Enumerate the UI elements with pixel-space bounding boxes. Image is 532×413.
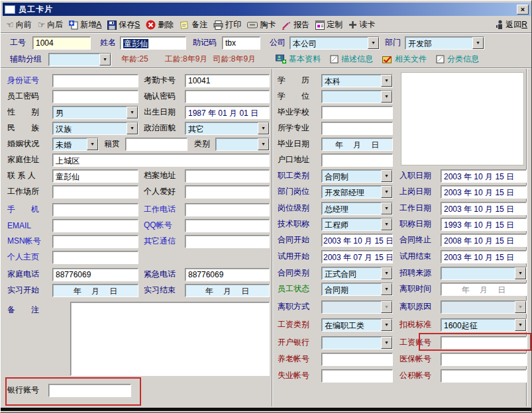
mnemonic-input[interactable]: tbx	[222, 36, 260, 50]
tab-classification-info[interactable]: 分类信息	[436, 54, 479, 65]
marital-select[interactable]: 未婚▼	[52, 138, 99, 151]
prev-button[interactable]: ☜ 向前	[6, 19, 32, 30]
chevron-down-icon[interactable]: ▼	[381, 301, 392, 313]
chevron-down-icon[interactable]: ▼	[258, 122, 269, 134]
chevron-down-icon[interactable]: ▼	[381, 267, 392, 279]
chevron-down-icon[interactable]: ▼	[515, 319, 526, 331]
chevron-down-icon[interactable]: ▼	[472, 37, 484, 49]
home-address-input[interactable]: 上城区	[52, 154, 270, 167]
mobile-input[interactable]	[52, 203, 138, 216]
category-select[interactable]: ▼	[215, 138, 270, 151]
contract-type-select[interactable]: 正式合同▼	[321, 267, 393, 280]
chevron-down-icon[interactable]: ▼	[381, 218, 392, 230]
pension-account-input[interactable]	[321, 353, 393, 366]
print-button[interactable]: 打印	[213, 19, 241, 30]
trial-end-input[interactable]: 2003 年 10 月 15 日	[441, 250, 527, 263]
chevron-down-icon[interactable]: ▼	[258, 138, 269, 150]
leave-time-input[interactable]: 年 月 日	[441, 283, 527, 296]
other-comm-input[interactable]	[185, 235, 270, 248]
next-button[interactable]: ☞ 向后	[38, 19, 64, 30]
birth-date-input[interactable]: 1987 年 01 月 01 日	[185, 106, 270, 119]
tab-description-info[interactable]: 描述信息	[330, 54, 373, 65]
customize-button[interactable]: 定制	[315, 19, 343, 30]
fund-account-input[interactable]	[441, 369, 527, 383]
company-select[interactable]: 本公司▼	[290, 36, 380, 50]
chevron-down-icon[interactable]: ▼	[381, 170, 392, 182]
delete-button[interactable]: 删除	[146, 19, 174, 30]
chevron-down-icon[interactable]: ▼	[127, 107, 138, 118]
contract-end-input[interactable]: 2008 年 10 月 15 日	[441, 234, 527, 247]
tech-title-select[interactable]: 工程师▼	[321, 218, 393, 231]
chevron-down-icon[interactable]: ▼	[381, 283, 392, 295]
major-input[interactable]	[321, 122, 393, 135]
tab-basic-info[interactable]: 基本资料	[276, 54, 321, 65]
chevron-down-icon[interactable]: ▼	[515, 267, 526, 279]
hobby-input[interactable]	[185, 185, 270, 199]
hire-date-input[interactable]: 2003 年 10 月 15 日	[441, 169, 527, 183]
intern-end-input[interactable]: 年 月 日	[185, 284, 270, 297]
leave-reason-select[interactable]: ▼	[441, 300, 527, 314]
unemployment-account-input[interactable]	[321, 369, 393, 383]
chevron-down-icon[interactable]: ▼	[381, 337, 392, 349]
dept-position-select[interactable]: 开发部经理▼	[321, 185, 393, 199]
chevron-down-icon[interactable]: ▼	[381, 75, 392, 87]
close-button[interactable]: ×	[517, 5, 529, 15]
salary-category-select[interactable]: 在编职工类▼	[321, 318, 393, 332]
chevron-down-icon[interactable]: ▼	[127, 122, 138, 134]
emp-no-input[interactable]: 1004	[32, 36, 91, 50]
native-place-input[interactable]	[125, 138, 187, 151]
note-button[interactable]: 备注	[180, 19, 207, 30]
degree-select[interactable]: ▼	[321, 90, 393, 103]
badge-button[interactable]: 胸卡	[247, 19, 276, 30]
grad-school-input[interactable]	[321, 106, 393, 119]
grad-date-input[interactable]: 年 月 日	[321, 138, 393, 151]
home-phone-input[interactable]: 88776069	[52, 268, 138, 281]
gender-select[interactable]: 男▼	[52, 106, 138, 119]
confirm-pwd-input[interactable]	[185, 90, 270, 103]
homepage-input[interactable]	[52, 251, 138, 264]
name-input[interactable]: 童彭仙	[120, 36, 186, 50]
leave-method-select[interactable]: ▼	[321, 300, 393, 314]
id-card-input[interactable]	[52, 74, 138, 87]
chevron-down-icon[interactable]: ▼	[87, 138, 98, 150]
workplace-input[interactable]	[52, 185, 138, 199]
new-button[interactable]: 新增A	[69, 19, 101, 30]
attend-card-input[interactable]: 10041	[185, 74, 270, 87]
emp-pwd-input[interactable]	[52, 90, 138, 103]
tax-standard-select[interactable]: 1600起征▼	[441, 318, 527, 332]
emp-category-select[interactable]: 合同制▼	[321, 169, 393, 183]
chevron-down-icon[interactable]: ▼	[515, 301, 526, 313]
recruit-source-select[interactable]: ▼	[441, 267, 527, 280]
email-input[interactable]	[52, 219, 138, 232]
emergency-phone-input[interactable]: 88776069	[185, 268, 270, 281]
remarks-textarea[interactable]	[70, 302, 270, 376]
chevron-down-icon[interactable]: ▼	[381, 203, 392, 214]
household-address-input[interactable]	[321, 154, 393, 167]
emp-status-select[interactable]: 合同期▼	[321, 283, 393, 296]
file-address-input[interactable]	[185, 169, 270, 183]
contact-input[interactable]: 童彭仙	[52, 169, 138, 183]
position-level-select[interactable]: 总经理▼	[321, 202, 393, 215]
chevron-down-icon[interactable]: ▼	[99, 54, 111, 66]
save-button[interactable]: 保存S	[107, 19, 140, 30]
political-select[interactable]: 其它▼	[185, 122, 270, 135]
chevron-down-icon[interactable]: ▼	[368, 37, 379, 49]
chevron-down-icon[interactable]: ▼	[381, 186, 392, 198]
work-phone-input[interactable]	[185, 203, 270, 216]
tab-related-files[interactable]: 相关文件	[382, 54, 427, 65]
chevron-down-icon[interactable]: ▼	[381, 319, 392, 331]
qq-input[interactable]	[185, 219, 270, 232]
read-card-button[interactable]: 读卡	[348, 19, 375, 30]
contract-start-input[interactable]: 2003 年 10 月 15 日	[321, 234, 393, 247]
medical-account-input[interactable]	[441, 353, 527, 366]
title-date-input[interactable]: 1993 年 10 月 15 日	[441, 218, 527, 231]
aux-group-select[interactable]: ▼	[48, 53, 111, 66]
report-button[interactable]: 报告	[282, 19, 309, 30]
duty-date-input[interactable]: 2003 年 10 月 15 日	[441, 185, 527, 199]
department-select[interactable]: 开发部▼	[405, 36, 484, 50]
trial-start-input[interactable]: 2003 年 07 月 15 日	[321, 250, 393, 263]
intern-start-input[interactable]: 年 月 日	[52, 284, 138, 297]
education-select[interactable]: 本科▼	[321, 74, 393, 87]
msn-input[interactable]	[52, 235, 138, 248]
bank-select[interactable]: ▼	[321, 336, 393, 349]
